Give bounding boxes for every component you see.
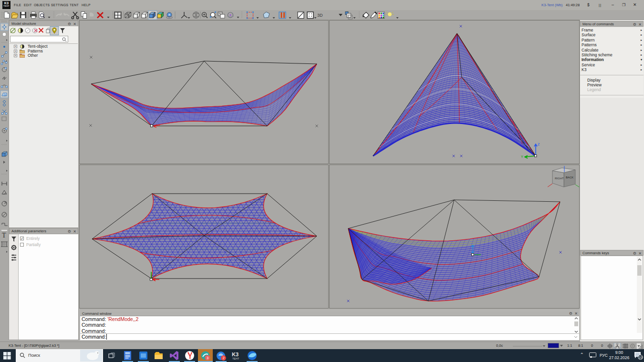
- svg-text:2: 2: [222, 356, 225, 360]
- svg-text:Y: Y: [521, 155, 523, 158]
- svg-text:10: 10: [639, 356, 643, 359]
- svg-text:BACK: BACK: [566, 176, 573, 179]
- svg-text:ТЕНТ: ТЕНТ: [232, 357, 239, 360]
- svg-text:Z: Z: [538, 143, 540, 146]
- svg-text:3: 3: [207, 356, 209, 360]
- svg-text:T: T: [2, 232, 6, 239]
- svg-text:K3: K3: [232, 352, 239, 357]
- svg-text:RIGHT: RIGHT: [555, 177, 564, 180]
- svg-text:3D: 3D: [317, 13, 323, 18]
